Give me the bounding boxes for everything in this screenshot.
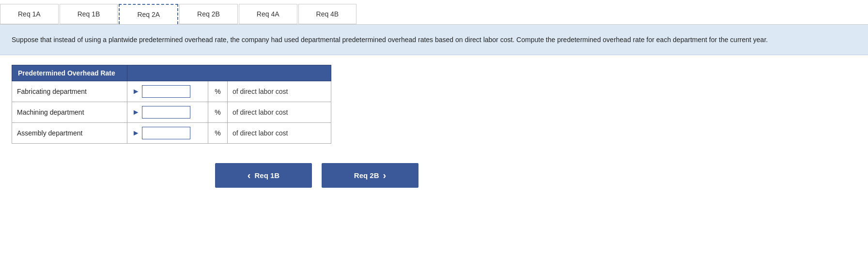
header-col1: Predetermined Overhead Rate [12, 65, 127, 81]
description-text: Suppose that instead of using a plantwid… [12, 34, 856, 45]
table-row: Machining department ► % of direct labor… [12, 102, 331, 123]
chevron-left-icon [248, 170, 251, 181]
prev-button[interactable]: Req 1B [215, 163, 312, 188]
prev-button-label: Req 1B [254, 171, 279, 180]
label-machining: of direct labor cost [227, 102, 331, 123]
tab-req4b-label: Req 4B [316, 10, 339, 18]
input-cell-assembly: ► [127, 123, 208, 144]
percent-fabricating: % [208, 81, 228, 102]
dept-machining: Machining department [12, 102, 127, 123]
tab-req4a-label: Req 4A [257, 10, 279, 18]
percent-assembly: % [208, 123, 228, 144]
input-cell-machining: ► [127, 102, 208, 123]
tab-req4b[interactable]: Req 4B [298, 4, 357, 24]
overhead-table: Predetermined Overhead Rate Fabricating … [12, 65, 331, 144]
tab-req2b-label: Req 2B [197, 10, 220, 18]
arrow-machining: ► [132, 108, 140, 117]
input-wrapper-assembly: ► [132, 127, 203, 139]
tab-req1b-label: Req 1B [78, 10, 100, 18]
tab-req2a-label: Req 2A [137, 11, 160, 18]
chevron-right-icon [383, 170, 387, 181]
tab-req2b[interactable]: Req 2B [179, 4, 238, 24]
table-header-row: Predetermined Overhead Rate [12, 65, 331, 81]
tab-req1a[interactable]: Req 1A [0, 4, 59, 24]
arrow-assembly: ► [132, 129, 140, 137]
nav-buttons: Req 1B Req 2B [203, 153, 868, 197]
table-area: Predetermined Overhead Rate Fabricating … [0, 55, 868, 153]
tab-req2a[interactable]: Req 2A [119, 4, 178, 24]
percent-machining: % [208, 102, 228, 123]
table-row: Assembly department ► % of direct labor … [12, 123, 331, 144]
input-wrapper-fabricating: ► [132, 85, 203, 98]
dept-assembly: Assembly department [12, 123, 127, 144]
dept-fabricating: Fabricating department [12, 81, 127, 102]
input-wrapper-machining: ► [132, 106, 203, 119]
next-button-label: Req 2B [354, 171, 379, 180]
tab-req4a[interactable]: Req 4A [239, 4, 297, 24]
tab-req1b[interactable]: Req 1B [60, 4, 118, 24]
label-fabricating: of direct labor cost [227, 81, 331, 102]
input-machining[interactable] [142, 106, 190, 119]
tab-bar: Req 1A Req 1B Req 2A Req 2B Req 4A Req 4… [0, 0, 868, 25]
label-assembly: of direct labor cost [227, 123, 331, 144]
arrow-fabricating: ► [132, 87, 140, 96]
header-col2 [127, 65, 331, 81]
next-button[interactable]: Req 2B [322, 163, 418, 188]
description-area: Suppose that instead of using a plantwid… [0, 25, 868, 55]
input-assembly[interactable] [142, 127, 190, 139]
page-container: Req 1A Req 1B Req 2A Req 2B Req 4A Req 4… [0, 0, 868, 270]
input-fabricating[interactable] [142, 85, 190, 98]
tab-req1a-label: Req 1A [18, 10, 41, 18]
input-cell-fabricating: ► [127, 81, 208, 102]
table-row: Fabricating department ► % of direct lab… [12, 81, 331, 102]
